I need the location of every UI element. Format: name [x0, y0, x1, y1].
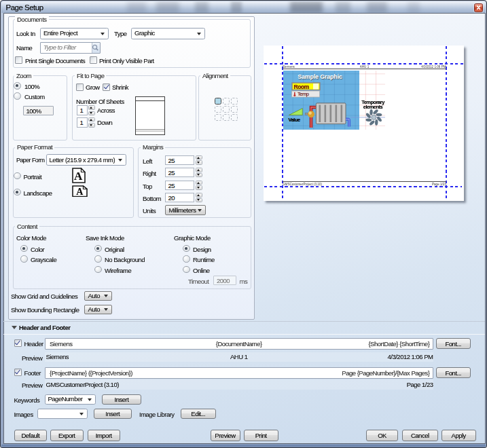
- svg-text:elements: elements: [363, 104, 383, 110]
- svg-text:Value: Value: [289, 117, 300, 123]
- svg-text:A: A: [76, 187, 84, 197]
- svg-text:Room: Room: [294, 83, 310, 90]
- svg-text:A: A: [74, 170, 83, 183]
- svg-text:Sample Graphic: Sample Graphic: [297, 73, 342, 80]
- svg-text:Temp: Temp: [297, 91, 309, 97]
